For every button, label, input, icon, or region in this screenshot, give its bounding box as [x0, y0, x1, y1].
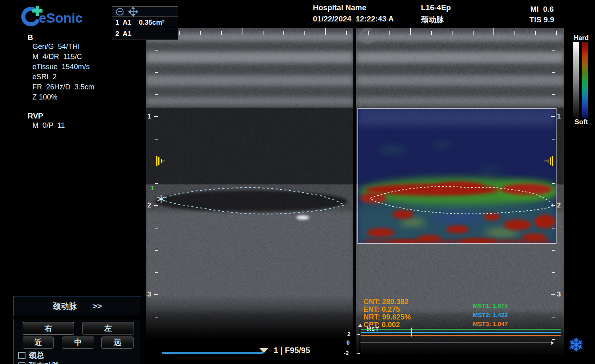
depth-label: 3: [147, 290, 151, 298]
depth-tick: [552, 250, 555, 251]
y-axis-arrow-icon: [358, 324, 362, 327]
depth-tick: [551, 116, 555, 117]
y-axis-tick: [357, 353, 360, 354]
preset-expand[interactable]: >>: [92, 302, 102, 311]
mst3-line: [361, 335, 561, 336]
checkbox-ica[interactable]: [18, 362, 26, 364]
depth-label: 1: [557, 112, 561, 121]
y-axis-tick-label: 2: [347, 331, 351, 337]
depth-tick: [154, 205, 158, 206]
depth-tick: [552, 50, 555, 51]
measurement-value: 0.35cm²: [139, 19, 164, 27]
colorbar-hard-label: Hard: [572, 34, 591, 42]
cine-marker-icon[interactable]: [259, 348, 268, 353]
measurement-index: 1: [115, 19, 123, 27]
depth-label: 2: [147, 201, 151, 210]
measurement-tool: A1: [123, 30, 139, 38]
depth-tick: [155, 72, 158, 73]
checkbox-cca[interactable]: [18, 352, 26, 359]
depth-tick: [155, 50, 158, 51]
preset-selector[interactable]: 颈动脉 >>: [13, 296, 141, 316]
depth-tick: [154, 294, 158, 295]
exam-control-panel: 右 左 近 中 远 颈总 颈内动脉: [13, 319, 141, 364]
depth-tick: [155, 183, 158, 184]
move-icon[interactable]: [128, 7, 138, 17]
depth-tick: [552, 339, 555, 340]
cine-progress-bar[interactable]: [162, 352, 263, 354]
depth-tick: [552, 317, 555, 317]
depth-mid-button[interactable]: 中: [62, 336, 94, 349]
measurement-row: 2 A1: [112, 28, 178, 39]
depth-label: 1: [147, 112, 151, 121]
depth-tick: [155, 250, 158, 251]
elasticity-colorbar: [582, 42, 588, 118]
depth-tick: [155, 94, 158, 95]
caliper-number: 1: [151, 184, 154, 191]
depth-tick: [552, 183, 555, 184]
colorbar-soft-label: Soft: [570, 118, 593, 126]
minimize-icon[interactable]: [115, 7, 124, 16]
mst1-line: [361, 329, 561, 330]
ultrasound-screen: eSonic 1 A1 0.35cm² 2 A1: [0, 0, 595, 364]
depth-tick: [552, 139, 555, 140]
depth-near-button[interactable]: 近: [23, 336, 54, 349]
depth-label: 2: [557, 201, 561, 210]
graph-y-axis: [360, 327, 360, 356]
depth-far-button[interactable]: 远: [101, 336, 134, 349]
stat-ent: ENT: 0.275: [363, 305, 400, 314]
depth-tick: [552, 94, 555, 95]
x-axis-arrow-icon: [551, 341, 554, 345]
depth-label: 3: [557, 290, 561, 298]
stat-cnt: CNT: 280.382: [363, 298, 408, 306]
depth-tick: [155, 228, 158, 229]
depth-tick: [551, 205, 555, 206]
measurement-result-box: 1 A1 0.35cm² 2 A1: [112, 6, 178, 40]
side-left-button[interactable]: 左: [82, 322, 134, 335]
grayscale-bar: [573, 42, 579, 118]
depth-tick: [155, 272, 158, 273]
y-axis-tick: [357, 334, 360, 335]
stat-mst1: MST1: 1.875: [473, 302, 508, 309]
y-axis-tick-label: -2: [344, 350, 348, 356]
preset-name: 颈动脉: [53, 301, 77, 312]
depth-tick: [552, 272, 555, 273]
depth-tick: [155, 317, 158, 317]
graph-x-axis: [360, 343, 552, 343]
stat-mst2: MST2: 1.422: [473, 311, 508, 318]
depth-tick: [155, 139, 158, 140]
stat-mst3: MST3: 1.047: [473, 320, 508, 327]
measurement-tool: A1: [123, 19, 139, 27]
side-right-button[interactable]: 右: [23, 322, 74, 335]
measurement-index: 2: [115, 30, 123, 38]
depth-tick: [552, 72, 555, 73]
mst2-line: [361, 332, 561, 333]
measurement-row: 1 A1 0.35cm²: [112, 17, 178, 28]
checkbox-ica-label[interactable]: 颈内动脉: [29, 361, 60, 364]
depth-tick: [552, 228, 555, 229]
depth-tick: [154, 116, 158, 117]
stat-nrt: NRT: 99.625%: [363, 313, 411, 322]
checkbox-cca-label[interactable]: 颈总: [29, 350, 44, 361]
freeze-snowflake-icon: ❄: [568, 336, 584, 354]
cine-frame-counter: 1 | F95/95: [274, 346, 310, 355]
depth-tick: [551, 294, 555, 295]
graph-cursor-tick: [411, 328, 412, 336]
y-axis-tick-label: 0: [346, 339, 350, 346]
